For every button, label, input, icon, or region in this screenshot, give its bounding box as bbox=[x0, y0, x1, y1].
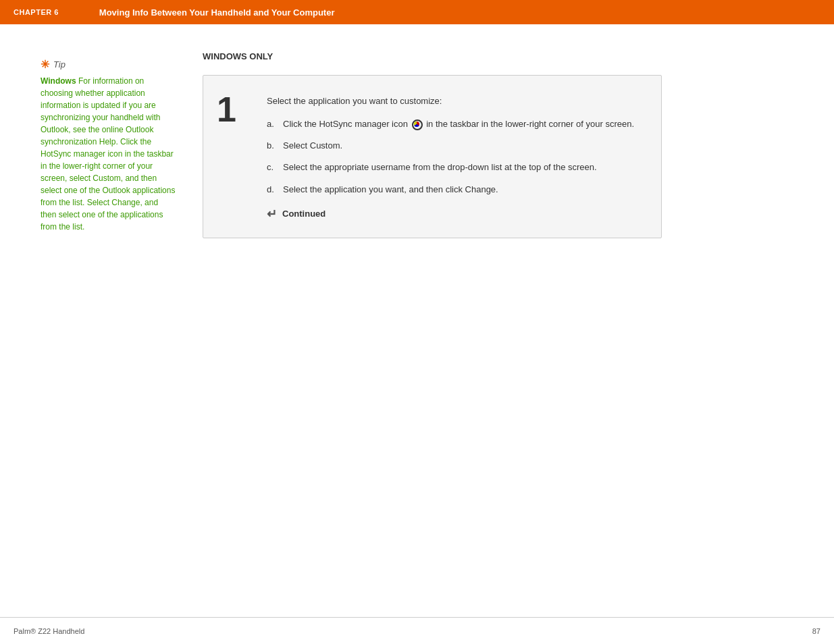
continued-arrow-icon: ↵ bbox=[267, 207, 277, 221]
continued-row: ↵ Continued bbox=[267, 207, 641, 221]
list-item: d. Select the application you want, and … bbox=[267, 184, 641, 196]
step-list: a. Click the HotSync manager icon in the… bbox=[267, 118, 641, 196]
step-c-text: Select the appropriate username from the… bbox=[283, 161, 597, 173]
tip-text-body: For information on choosing whether appl… bbox=[41, 76, 175, 232]
list-item: c. Select the appropriate username from … bbox=[267, 161, 641, 173]
header-bar: CHAPTER 6 Moving Info Between Your Handh… bbox=[0, 0, 834, 24]
footer-logo: Palm® Z22 Handheld bbox=[14, 627, 84, 635]
list-letter-b: b. bbox=[267, 140, 278, 152]
footer-page: 87 bbox=[812, 627, 820, 635]
list-item: a. Click the HotSync manager icon in the… bbox=[267, 118, 641, 130]
step-intro: Select the application you want to custo… bbox=[267, 96, 641, 106]
continued-label: Continued bbox=[282, 209, 325, 219]
chapter-label: CHAPTER 6 bbox=[14, 8, 59, 16]
list-letter-c: c. bbox=[267, 161, 278, 173]
content-area: WINDOWS ONLY 1 Select the application yo… bbox=[203, 51, 793, 590]
list-item: b. Select Custom. bbox=[267, 140, 641, 152]
header-title: Moving Info Between Your Handheld and Yo… bbox=[99, 7, 335, 18]
step-d-text: Select the application you want, and the… bbox=[283, 184, 498, 196]
tip-header: ✳ Tip bbox=[41, 58, 176, 71]
tip-asterisk-icon: ✳ bbox=[41, 58, 49, 71]
step-number: 1 bbox=[217, 92, 251, 221]
step-box: 1 Select the application you want to cus… bbox=[203, 75, 662, 238]
list-letter-d: d. bbox=[267, 184, 278, 196]
tip-label: Tip bbox=[53, 59, 66, 70]
tip-windows-bold: Windows bbox=[41, 76, 76, 86]
windows-only-label: WINDOWS ONLY bbox=[203, 51, 793, 61]
hotsync-icon bbox=[412, 119, 423, 130]
step-b-text: Select Custom. bbox=[283, 140, 342, 152]
tip-text: Windows For information on choosing whet… bbox=[41, 75, 176, 233]
step-content: Select the application you want to custo… bbox=[267, 92, 641, 221]
step-a-text: Click the HotSync manager icon in the ta… bbox=[283, 118, 634, 130]
list-letter-a: a. bbox=[267, 118, 278, 130]
footer: Palm® Z22 Handheld 87 bbox=[0, 617, 834, 644]
sidebar: ✳ Tip Windows For information on choosin… bbox=[41, 51, 176, 590]
main-content: ✳ Tip Windows For information on choosin… bbox=[0, 24, 834, 617]
tip-container: ✳ Tip Windows For information on choosin… bbox=[41, 58, 176, 233]
